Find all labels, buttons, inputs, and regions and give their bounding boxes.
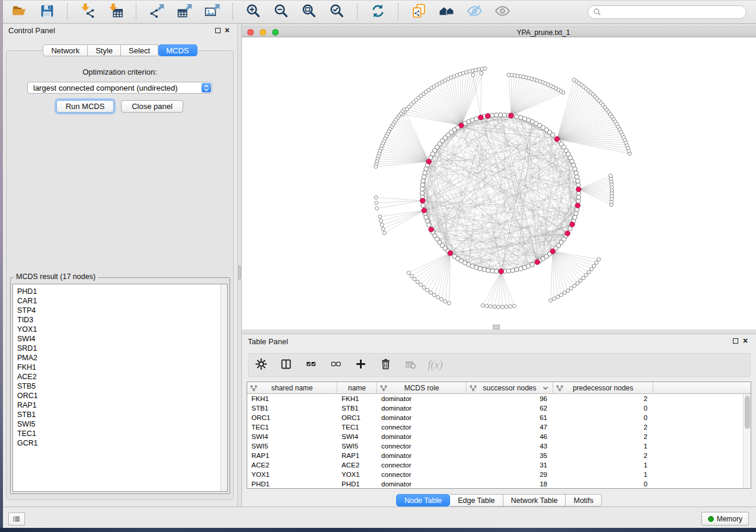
duplicate-network-button[interactable] [409,2,429,21]
select-all-button[interactable] [303,357,318,373]
first-neighbors-button[interactable] [436,2,457,21]
table-cell[interactable]: 43 [467,441,553,451]
table-cell[interactable]: TEC1 [337,422,377,432]
table-cell[interactable]: dominator [377,403,467,413]
column-header-predecessor-nodes[interactable]: predecessor nodes [553,382,653,394]
show-all-button[interactable] [492,2,512,21]
table-cell[interactable]: dominator [377,432,467,441]
tab-edge-table[interactable]: Edge Table [450,494,503,507]
column-header-MCDS-role[interactable]: MCDS role [377,382,467,394]
delete-column-button[interactable] [378,357,393,373]
mcds-result-item[interactable]: GCR1 [13,438,220,448]
table-cell[interactable]: 29 [467,470,553,479]
vertical-splitter[interactable] [237,24,242,507]
table-cell[interactable]: SWI4 [247,432,337,441]
splitter-handle-icon[interactable] [238,265,241,280]
panel-menu-button[interactable] [8,512,25,525]
table-cell[interactable]: 61 [467,413,553,422]
close-panel-icon[interactable]: × [223,27,231,35]
table-cell[interactable]: dominator [377,394,467,403]
table-cell[interactable]: RAP1 [247,451,337,460]
table-cell[interactable]: 31 [467,460,553,470]
table-cell[interactable]: connector [377,460,467,470]
table-row[interactable]: FKH1FKH1dominator962 [247,394,751,403]
zoom-fit-button[interactable] [299,2,319,21]
mcds-result-item[interactable]: SWI4 [13,334,220,344]
mcds-result-item[interactable]: FKH1 [13,363,220,372]
list-scrollbar[interactable] [221,284,227,491]
table-cell[interactable]: 96 [467,394,553,403]
column-header-shared-name[interactable]: shared name [247,382,337,394]
table-row[interactable]: SWI5SWI5connector431 [247,441,751,451]
table-cell[interactable]: 0 [553,479,653,488]
table-row[interactable]: ACE2ACE2connector311 [247,460,751,470]
network-canvas[interactable] [242,37,756,329]
table-cell[interactable]: 1 [553,441,653,451]
mcds-result-item[interactable]: STB1 [13,410,220,419]
scrollbar-thumb[interactable] [745,396,750,429]
mcds-result-item[interactable]: ACE2 [13,372,220,382]
float-panel-icon[interactable] [215,28,221,33]
table-cell[interactable]: dominator [377,479,467,488]
mcds-result-item[interactable]: PHD1 [13,287,220,296]
tab-style[interactable]: Style [88,44,121,56]
table-cell[interactable]: TEC1 [247,422,337,432]
mcds-result-item[interactable]: CAR1 [13,296,220,306]
save-session-button[interactable] [37,2,57,21]
table-cell[interactable]: STB1 [247,403,337,413]
criterion-dropdown[interactable]: largest connected component (undirected) [27,82,212,94]
mcds-result-item[interactable]: ORC1 [13,391,220,400]
table-cell[interactable]: 47 [467,422,553,432]
table-row[interactable]: STB1STB1dominator620 [247,403,751,413]
memory-button[interactable]: Memory [701,512,749,525]
run-mcds-button[interactable]: Run MCDS [56,100,114,113]
table-cell[interactable]: 46 [467,432,553,441]
table-cell[interactable]: SWI4 [337,432,377,441]
column-header-successor-nodes[interactable]: successor nodes [467,382,553,394]
tab-node-table[interactable]: Node Table [396,494,450,507]
show-column-button[interactable] [278,357,294,373]
mcds-result-item[interactable]: SWI5 [13,419,220,429]
close-panel-button[interactable]: Close panel [121,100,183,113]
table-close-icon[interactable]: × [741,337,749,345]
table-cell[interactable]: ORC1 [337,413,377,422]
table-cell[interactable]: 2 [553,422,653,432]
export-image-button[interactable] [202,2,222,21]
table-cell[interactable]: dominator [377,413,467,422]
canvas-splitter-handle[interactable] [493,325,500,329]
mcds-result-item[interactable]: PMA2 [13,353,220,363]
add-column-button[interactable] [353,357,368,373]
tab-select[interactable]: Select [121,44,158,56]
table-options-button[interactable] [253,357,269,373]
table-cell[interactable]: YOX1 [247,470,337,479]
tab-mcds[interactable]: MCDS [158,44,197,56]
table-cell[interactable]: 62 [467,403,553,413]
table-row[interactable]: ORC1ORC1dominator610 [247,413,751,422]
minimize-window-icon[interactable] [260,29,266,36]
table-scrollbar[interactable] [743,394,751,488]
table-row[interactable]: YOX1YOX1connector291 [247,470,751,479]
table-cell[interactable]: FKH1 [337,394,377,403]
mcds-result-item[interactable]: TID3 [13,315,220,325]
table-float-icon[interactable] [733,338,738,344]
deselect-all-button[interactable] [328,357,343,373]
table-row[interactable]: TEC1TEC1connector472 [247,422,751,432]
table-cell[interactable]: FKH1 [247,394,337,403]
table-cell[interactable]: SWI5 [337,441,377,451]
table-cell[interactable]: ACE2 [247,460,337,470]
mcds-result-item[interactable]: STB5 [13,382,220,391]
table-cell[interactable]: RAP1 [337,451,377,460]
table-cell[interactable]: 2 [553,451,653,460]
zoom-out-button[interactable] [271,2,291,21]
table-row[interactable]: RAP1RAP1dominator352 [247,451,751,460]
import-network-button[interactable] [78,2,98,21]
table-cell[interactable]: 2 [553,432,653,441]
tab-network-table[interactable]: Network Table [503,494,566,507]
tab-motifs[interactable]: Motifs [566,494,601,507]
table-cell[interactable]: 35 [467,451,553,460]
table-cell[interactable]: connector [377,422,467,432]
zoom-selected-button[interactable] [327,2,347,21]
table-cell[interactable]: PHD1 [247,479,337,488]
table-cell[interactable]: STB1 [337,403,377,413]
mcds-result-item[interactable]: STP4 [13,306,220,315]
